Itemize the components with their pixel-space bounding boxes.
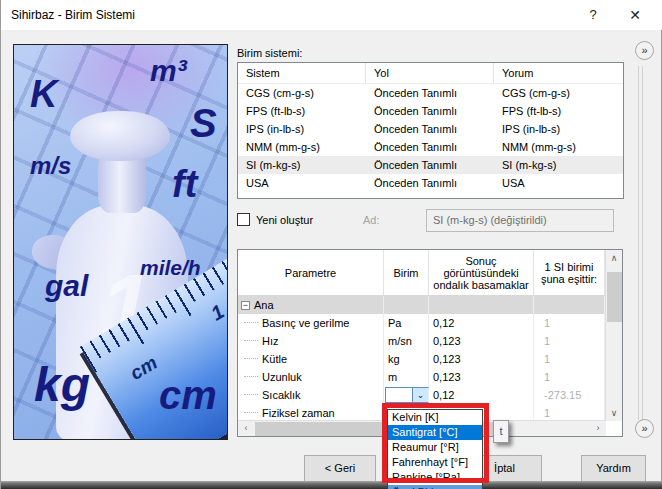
unit-list-row-usa[interactable]: USA Önceden Tanımlı USA [238,174,623,192]
splitter-line [638,66,639,420]
unit-list-row-si-selected[interactable]: SI (m-kg-s) Önceden Tanımlı SI (m-kg-s) [238,156,623,174]
cell-decimals[interactable]: 0,12 [429,314,454,332]
expand-panel-bottom-button[interactable]: » [635,419,654,438]
vertical-scrollbar[interactable]: ∧ ∨ [605,250,622,421]
cell-param: Uzunluk [262,371,302,383]
annotation-highlight-box [382,403,489,483]
param-row-pressure[interactable]: Basınç ve gerilme Pa 0,12 1 [238,314,622,332]
window-bottom-edge [1,481,662,489]
cell-comment: IPS (in-lb-s) [494,120,623,138]
scroll-left-icon[interactable]: ‹ [238,421,254,437]
cell-system: FPS (ft-lb-s) [238,102,366,120]
name-field[interactable]: SI (m-kg-s) (değiştirildi) [426,209,614,232]
window-title: Sihirbaz - Birim Sistemi [11,8,135,22]
collapse-icon[interactable]: − [241,301,250,310]
column-header-yol[interactable]: Yol [366,63,494,83]
cell-si: 1 [534,314,605,332]
help-button[interactable]: Yardım [581,455,646,482]
help-icon[interactable]: ? [573,0,613,30]
cell-decimals[interactable]: 0,123 [429,368,461,386]
expand-panel-top-button[interactable]: » [635,41,654,60]
column-header-sistem[interactable]: Sistem [238,63,366,83]
cell-comment: NMM (mm-g-s) [494,138,623,156]
unit-label: K [30,75,57,113]
column-header-si[interactable]: 1 SI birimi şuna eşittir: [534,250,605,295]
cell-param: Hız [262,335,279,347]
chevron-down-icon[interactable]: ⌄ [412,388,428,402]
unit-label: ft [172,165,197,203]
cell-system: SI (m-kg-s) [238,156,366,174]
ruler-unit-label: cm [126,352,161,385]
cell-path: Önceden Tanımlı [366,174,494,192]
cell-system: NMM (mm-g-s) [238,138,366,156]
create-new-checkbox[interactable] [237,213,250,226]
unit-label: S [190,103,217,143]
cell-decimals[interactable]: 0,123 [429,332,461,350]
tree-line-icon [244,358,258,359]
tree-line-icon [244,394,258,395]
cell-system: CGS (cm-g-s) [238,84,366,102]
unit-label: gal [45,271,88,301]
cell-path: Önceden Tanımlı [366,120,494,138]
cell-comment: CGS (cm-g-s) [494,84,623,102]
cell-unit[interactable]: m/sn [384,332,412,350]
param-row-length[interactable]: Uzunluk m 0,123 1 [238,368,622,386]
unit-label: m³ [150,56,187,86]
cell-comment: FPS (ft-lb-s) [494,102,623,120]
scroll-right-icon[interactable]: › [590,421,606,437]
scroll-down-icon[interactable]: ∨ [606,405,622,421]
unit-list-row-cgs[interactable]: CGS (cm-g-s) Önceden Tanımlı CGS (cm-g-s… [238,84,623,102]
unit-label: mile/h [140,257,201,278]
cell-decimals[interactable]: 0,12 [429,386,454,404]
cell-si: -273.15 [534,386,605,404]
combobox-value [386,388,412,402]
title-bar: Sihirbaz - Birim Sistemi ? ✕ [1,0,662,30]
unit-combobox[interactable]: ⌄ [385,387,429,403]
name-label: Ad: [363,214,380,226]
cell-si: 1 [534,368,605,386]
scroll-up-icon[interactable]: ∧ [606,250,622,266]
unit-list-header: Sistem Yol Yorum [238,63,623,84]
unit-list-row-nmm[interactable]: NMM (mm-g-s) Önceden Tanımlı NMM (mm-g-s… [238,138,623,156]
cell-comment: USA [494,174,623,192]
tree-line-icon [244,412,258,413]
parameter-table-header: Parametre Birim Sonuç görüntüsündeki ond… [238,250,622,296]
cell-unit[interactable]: kg [384,350,400,368]
ruler-number: 1 [207,300,228,325]
weight-knob-shape [70,111,170,161]
units-illustration: 1 cm 1 2 3 K m³ S m/s ft gal mile/h kg c… [13,44,228,440]
cell-path: Önceden Tanımlı [366,102,494,120]
column-header-decimals[interactable]: Sonuç görüntüsündeki ondalık basamaklar [429,250,534,295]
param-row-temperature[interactable]: Sıcaklık 0,12 -273.15 ⌄ [238,386,622,404]
column-header-yorum[interactable]: Yorum [494,63,623,83]
cell-unit[interactable]: m [384,368,397,386]
close-icon[interactable]: ✕ [615,0,655,30]
back-button[interactable]: < Geri [304,455,376,482]
param-row-speed[interactable]: Hız m/sn 0,123 1 [238,332,622,350]
unit-list-row-fps[interactable]: FPS (ft-lb-s) Önceden Tanımlı FPS (ft-lb… [238,102,623,120]
vertical-scroll-thumb[interactable] [607,272,622,322]
tree-line-icon [244,376,258,377]
tree-line-icon [244,340,258,341]
column-header-birim[interactable]: Birim [384,250,429,295]
cell-si: 1 [534,350,605,368]
group-row-ana[interactable]: −Ana [238,296,622,314]
cell-param: Fiziksel zaman [262,407,335,419]
cell-si: 1 [534,332,605,350]
cell-unit[interactable]: Pa [384,314,401,332]
unit-label: kg [34,361,90,409]
column-header-parametre[interactable]: Parametre [238,250,384,295]
tree-line-icon [244,322,258,323]
unit-list-row-ips[interactable]: IPS (in-lb-s) Önceden Tanımlı IPS (in-lb… [238,120,623,138]
cell-system: IPS (in-lb-s) [238,120,366,138]
cell-comment: SI (m-kg-s) [494,156,623,174]
cell-path: Önceden Tanımlı [366,156,494,174]
param-row-mass[interactable]: Kütle kg 0,123 1 [238,350,622,368]
cell-decimals[interactable]: 0,123 [429,350,461,368]
dropdown-item-custom-unit[interactable]: Özel Birim... [388,485,482,489]
cell-system: USA [238,174,366,192]
cell-path: Önceden Tanımlı [366,84,494,102]
item-text-tooltip: t [493,420,509,443]
cell-param: Kütle [262,353,287,365]
cell-param: Sıcaklık [262,389,301,401]
